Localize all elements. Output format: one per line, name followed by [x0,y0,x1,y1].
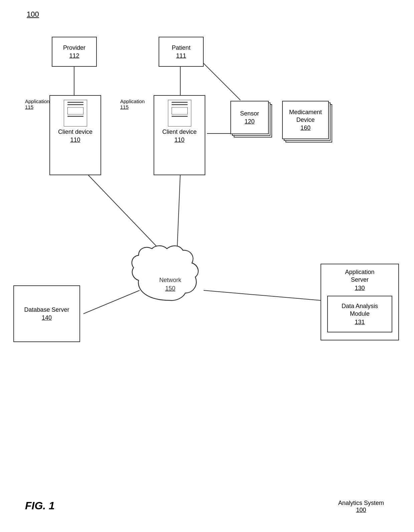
app-server-label: ApplicationServer [345,268,374,284]
application2-label: Application 115 [120,98,145,110]
data-analysis-box: Data AnalysisModule 131 [327,296,392,332]
icon-rect1 [67,107,83,114]
sensor-box: Sensor 120 [230,101,269,134]
database-server-box: Database Server 140 [13,285,80,342]
client-device1-box: Client device 110 [49,95,101,175]
svg-text:150: 150 [165,285,175,292]
client-device2-num: 110 [174,137,184,144]
client-device1-icon [64,100,87,126]
database-server-num: 140 [42,314,52,321]
provider-box: Provider 112 [52,37,97,67]
icon-line5 [172,104,188,105]
analytics-system-label: Analytics System 100 [338,500,384,514]
application1-label: Application 115 [25,98,49,110]
svg-line-3 [87,174,164,254]
sensor-num: 120 [244,118,254,125]
app-server-outer-box: ApplicationServer 130 Data AnalysisModul… [321,264,399,340]
medicament-stack: MedicamentDevice 160 [282,101,334,144]
sensor-label: Sensor [240,110,259,117]
svg-text:Network: Network [159,277,182,283]
patient-label: Patient [172,44,190,52]
medicament-num: 160 [300,124,310,131]
client-device2-label: Client device [162,128,197,136]
client-device1-label: Client device [58,128,92,136]
medicament-label: MedicamentDevice [289,108,322,124]
fig-ref-top: 100 [27,10,39,19]
patient-num: 111 [176,52,186,59]
network-cloud: Network 150 [127,244,214,309]
icon-line2 [67,104,83,105]
client-device2-box: Client device 110 [154,95,205,175]
fig-label: FIG. 1 [25,500,55,512]
icon-line6 [172,116,188,117]
provider-num: 112 [69,52,79,59]
data-analysis-num: 131 [355,319,365,326]
provider-label: Provider [63,44,85,52]
svg-line-7 [204,290,321,300]
icon-line4 [172,102,188,103]
medicament-box: MedicamentDevice 160 [282,101,329,139]
client-device2-icon [168,100,191,126]
icon-line3 [67,116,83,117]
client-device1-num: 110 [70,137,80,144]
svg-line-4 [177,174,180,254]
data-analysis-label: Data AnalysisModule [342,302,378,318]
icon-line1 [67,102,83,103]
icon-rect2 [172,107,188,114]
sensor-stack: Sensor 120 [230,101,272,139]
app-server-num: 130 [355,285,365,292]
database-server-label: Database Server [24,306,69,314]
patient-box: Patient 111 [159,37,204,67]
diagram: 100 Provider 112 Patient 111 Application… [0,0,414,532]
